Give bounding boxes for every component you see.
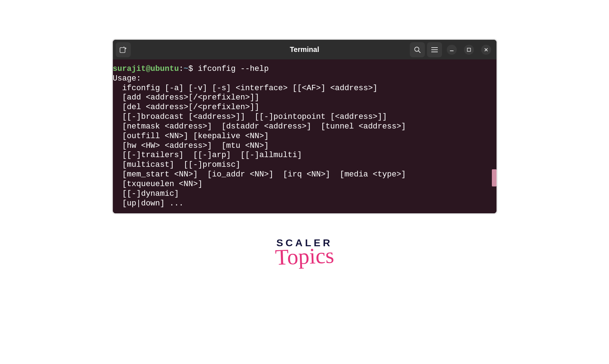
output-line: [hw <HW> <address>] [mtu <NN>] <box>113 141 497 151</box>
output-line: [[-]trailers] [[-]arp] [[-]allmulti] <box>113 151 497 160</box>
minimize-button[interactable] <box>444 42 459 57</box>
output-line: [add <address>[/<prefixlen>]] <box>113 93 497 103</box>
brand-logo: SCALER Topics <box>275 238 334 267</box>
brand-line2: Topics <box>275 244 334 269</box>
prompt-line: surajit@ubuntu:~$ ifconfig --help <box>113 64 497 74</box>
search-button[interactable] <box>410 42 425 57</box>
terminal-window-frame: Terminal <box>112 39 498 214</box>
maximize-button[interactable] <box>461 42 476 57</box>
titlebar: Terminal <box>113 40 497 59</box>
output-line: [netmask <address>] [dstaddr <address>] … <box>113 122 497 132</box>
close-button[interactable] <box>479 42 494 57</box>
scrollbar-thumb[interactable] <box>492 169 497 186</box>
svg-rect-0 <box>120 48 125 53</box>
output-line: ifconfig [-a] [-v] [-s] <interface> [[<A… <box>113 84 497 93</box>
output-line: [[-]dynamic] <box>113 189 497 199</box>
command-text: ifconfig --help <box>198 64 269 73</box>
output-line: [outfill <NN>] [keepalive <NN>] <box>113 132 497 141</box>
close-icon <box>484 48 488 52</box>
prompt-userhost: surajit@ubuntu <box>113 64 179 73</box>
maximize-icon <box>467 48 471 52</box>
output-line: [up|down] ... <box>113 199 497 209</box>
prompt-path: ~ <box>184 64 188 73</box>
output-line: [[-]broadcast [<address>]] [[-]pointopoi… <box>113 112 497 122</box>
menu-button[interactable] <box>427 42 442 57</box>
new-tab-icon <box>120 47 127 53</box>
window-title: Terminal <box>290 45 319 54</box>
prompt-colon: : <box>179 64 183 73</box>
hamburger-icon <box>431 47 438 52</box>
output-line: [del <address>[/<prefixlen>]] <box>113 103 497 112</box>
output-line: [mem_start <NN>] [io_addr <NN>] [irq <NN… <box>113 170 497 180</box>
output-line: [multicast] [[-]promisc] <box>113 160 497 170</box>
search-icon <box>414 46 421 53</box>
terminal-window: Terminal <box>113 40 497 213</box>
new-tab-button[interactable] <box>116 42 131 57</box>
output-line: Usage: <box>113 74 497 84</box>
svg-rect-10 <box>467 48 470 51</box>
svg-line-5 <box>418 51 420 53</box>
output-line: [txqueuelen <NN>] <box>113 180 497 189</box>
terminal-body[interactable]: surajit@ubuntu:~$ ifconfig --helpUsage: … <box>113 59 497 213</box>
minimize-icon <box>450 48 454 52</box>
prompt-dollar: $ <box>188 64 198 73</box>
